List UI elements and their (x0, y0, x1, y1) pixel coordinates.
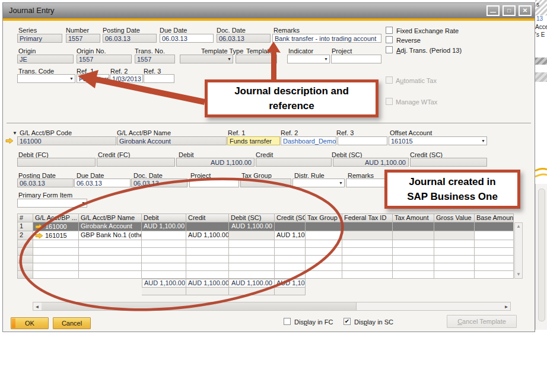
cell-acct[interactable]: 161015 (33, 231, 79, 240)
cell-federal-tax-id[interactable] (342, 271, 393, 279)
maximize-icon[interactable]: □ (503, 5, 516, 16)
cell-acct[interactable] (33, 248, 79, 256)
cell-debit-sc[interactable] (229, 256, 275, 263)
cell-name[interactable]: Girobank Account (79, 222, 142, 231)
cell-credit-sc[interactable]: AUD 1,100.00 (275, 231, 306, 240)
display-in-fc-checkbox[interactable] (284, 318, 291, 325)
table-row[interactable]: 1 161000 Girobank Account AUD 1,100.00 A… (17, 222, 514, 231)
ref2-field[interactable]: 1/03/2013 (110, 74, 143, 83)
cell-debit[interactable]: AUD 1,100.00 (142, 222, 186, 231)
debit-field[interactable]: AUD 1,100.00 (176, 158, 255, 167)
cell-gross-value[interactable] (434, 240, 475, 248)
cell-num[interactable] (17, 263, 33, 271)
cell-debit[interactable] (142, 271, 186, 279)
cell-credit-sc[interactable] (275, 256, 306, 263)
gl-remarks-field[interactable] (346, 179, 390, 187)
cell-base-amount[interactable] (475, 240, 514, 248)
gl-doc-date-field[interactable]: 06.03.13 (131, 179, 187, 187)
gl-ref3-field[interactable] (338, 136, 387, 145)
series-field[interactable]: Primary (17, 34, 62, 43)
display-in-sc-checkbox[interactable]: ✔ (344, 318, 351, 325)
cell-base-amount[interactable] (475, 248, 514, 256)
adj-trans-checkbox[interactable] (386, 46, 393, 53)
cell-credit[interactable] (186, 271, 229, 279)
table-vertical-scrollbar[interactable]: ▲ ▼ (514, 222, 523, 279)
col-header-federal-tax-id[interactable]: Federal Tax ID (342, 213, 393, 222)
posting-date-field[interactable]: 06.03.13 (103, 34, 157, 43)
cell-credit-sc[interactable] (275, 271, 306, 279)
table-horizontal-scrollbar[interactable]: ◄ ► (33, 302, 511, 311)
ref1-field[interactable]: Funds tarnsfer (77, 74, 109, 83)
cell-federal-tax-id[interactable] (342, 263, 393, 271)
gl-project-field[interactable] (189, 179, 239, 187)
cell-debit-sc[interactable] (229, 271, 275, 279)
credit-field[interactable] (256, 158, 332, 167)
cell-tax-group[interactable] (306, 240, 342, 248)
due-date-field[interactable]: 06.03.13 (160, 34, 214, 43)
col-header-debit[interactable]: Debit (142, 213, 186, 222)
cell-credit[interactable] (186, 222, 229, 231)
col-header-name[interactable]: G/L Acct/BP Name (79, 213, 142, 222)
close-icon[interactable]: ✕ (519, 5, 532, 16)
cell-debit[interactable] (142, 240, 186, 248)
template-type-select[interactable]: ▼ (180, 55, 233, 63)
distr-rule-select[interactable]: ▼ (292, 179, 345, 187)
col-header-base-amount[interactable]: Base Amount (475, 213, 514, 222)
scroll-down-icon[interactable]: ▼ (515, 271, 522, 278)
credit-fc-field[interactable] (97, 158, 175, 167)
col-header-credit[interactable]: Credit (186, 213, 229, 222)
cell-tax-amount[interactable] (393, 271, 434, 279)
cell-gross-value[interactable] (434, 263, 475, 271)
cell-tax-group[interactable] (306, 271, 342, 279)
cell-debit-sc[interactable] (229, 231, 275, 240)
cell-name[interactable] (79, 240, 142, 248)
cell-name[interactable] (79, 248, 142, 256)
cell-credit[interactable] (186, 248, 229, 256)
offset-account-select[interactable]: 161015▼ (389, 136, 487, 145)
cell-name[interactable] (79, 263, 142, 271)
cell-debit[interactable] (142, 263, 186, 271)
gl-code-field[interactable]: 161000 (17, 136, 116, 145)
gl-ref1-field[interactable]: Funds tarnsfer (227, 136, 280, 145)
cell-num[interactable]: 1 (17, 222, 33, 231)
cell-tax-group[interactable] (306, 231, 342, 240)
cell-credit[interactable] (186, 240, 229, 248)
cell-debit[interactable] (142, 256, 186, 263)
scroll-left-icon[interactable]: ◄ (33, 303, 41, 311)
cell-base-amount[interactable] (475, 231, 514, 240)
origin-field[interactable]: JE (17, 55, 74, 63)
cell-tax-group[interactable] (306, 263, 342, 271)
cell-base-amount[interactable] (475, 222, 514, 231)
col-header-credit-sc[interactable]: Credit (SC) (275, 213, 306, 222)
cell-debit-sc[interactable] (229, 263, 275, 271)
origin-no-field[interactable]: 1557 (77, 55, 132, 63)
table-row-empty[interactable] (17, 248, 514, 256)
fixed-exchange-rate-checkbox[interactable] (386, 27, 393, 34)
col-header-gross-value[interactable]: Gross Value (434, 213, 475, 222)
reverse-checkbox[interactable] (386, 36, 393, 43)
primary-form-item-select[interactable]: ▼ (17, 199, 87, 208)
cell-credit[interactable] (186, 256, 229, 263)
cell-tax-amount[interactable] (393, 231, 434, 240)
ok-button[interactable]: OK (11, 317, 49, 329)
scrollbar-thumb[interactable] (42, 302, 357, 310)
gl-name-field[interactable]: Girobank Account (117, 136, 227, 145)
cell-credit-sc[interactable] (275, 263, 306, 271)
cell-name[interactable] (79, 271, 142, 279)
table-row-empty[interactable] (17, 240, 514, 248)
col-header-num[interactable]: # (17, 213, 33, 222)
cell-tax-group[interactable] (306, 222, 342, 231)
cell-acct[interactable] (33, 256, 79, 263)
cell-tax-amount[interactable] (393, 240, 434, 248)
table-row-empty[interactable] (17, 271, 514, 279)
cell-tax-group[interactable] (306, 248, 342, 256)
cell-acct[interactable] (33, 271, 79, 279)
remarks-field[interactable]: Bank transfer - into trading account (272, 34, 381, 43)
cell-num[interactable]: 2 (17, 231, 33, 240)
cell-federal-tax-id[interactable] (342, 256, 393, 263)
cancel-button[interactable]: Cancel (53, 317, 91, 329)
cell-num[interactable] (17, 271, 33, 279)
cell-federal-tax-id[interactable] (342, 231, 393, 240)
cell-tax-group[interactable] (306, 256, 342, 263)
cell-credit-sc[interactable] (275, 222, 306, 231)
